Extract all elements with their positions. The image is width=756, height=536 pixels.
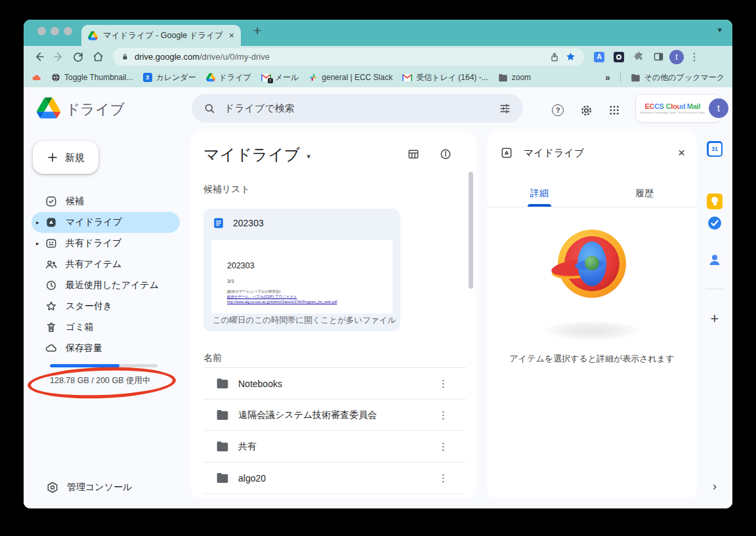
expand-caret-icon[interactable]: ▸ xyxy=(36,219,39,226)
keep-app-icon[interactable] xyxy=(707,194,723,209)
suggested-file-title: 202303 xyxy=(233,218,264,228)
people-icon xyxy=(45,258,58,271)
traffic-light-zoom[interactable] xyxy=(64,27,72,35)
file-preview-thumbnail[interactable]: 202303 3/1 [組合せゲームとパズルの研究会]組合せゲーム・パズル(CG… xyxy=(211,240,392,314)
empty-state-illustration xyxy=(558,230,626,298)
tab-search-chevron-icon[interactable]: ▾ xyxy=(717,25,722,35)
bookmark-calendar[interactable]: 3カレンダー xyxy=(143,72,196,83)
dropdown-caret-icon: ▾ xyxy=(306,150,310,161)
url-text: drive.google.com/drive/u/0/my-drive xyxy=(135,52,544,62)
bookmark-gmail[interactable]: 7メール xyxy=(261,72,299,83)
new-button[interactable]: 新規 xyxy=(33,141,98,174)
side-panel-icon[interactable] xyxy=(650,49,667,66)
share-icon[interactable] xyxy=(549,52,560,62)
browser-tab[interactable]: マイドライブ - Google ドライブ × xyxy=(81,25,241,46)
list-column-header-name[interactable]: 名前 xyxy=(203,352,222,364)
bookmark-slack[interactable]: general | ECC Slack xyxy=(308,73,392,82)
sidebar-item-suggested[interactable]: 候補 xyxy=(32,191,180,212)
back-button[interactable] xyxy=(30,49,47,66)
address-bar[interactable]: drive.google.com/drive/u/0/my-drive xyxy=(113,48,584,66)
home-button[interactable] xyxy=(89,49,106,66)
bookmark-toggle-thumbnail[interactable]: Toggle Thumbnail... xyxy=(51,73,133,82)
rail-divider xyxy=(705,289,724,289)
details-panel: マイドライブ × 詳細 履歴 アイテムを選択すると詳細が表示されます xyxy=(487,131,697,499)
dark-extension-icon[interactable] xyxy=(610,49,627,66)
file-row-notebooks[interactable]: Notebooks ⋮ xyxy=(203,368,466,400)
close-icon[interactable]: × xyxy=(678,146,685,160)
search-filter-icon[interactable] xyxy=(499,102,511,115)
info-icon[interactable] xyxy=(437,146,454,163)
folder-icon xyxy=(216,441,229,452)
expand-caret-icon[interactable]: ▸ xyxy=(36,240,39,247)
docs-file-icon xyxy=(213,217,224,229)
search-input[interactable]: ドライブで検索 xyxy=(192,94,523,123)
new-tab-button[interactable]: + xyxy=(253,23,261,39)
suggested-list-label: 候補リスト xyxy=(203,184,250,196)
details-title: マイドライブ xyxy=(524,147,667,159)
translate-extension-icon[interactable]: A xyxy=(591,49,608,66)
sidebar-item-shared-drives[interactable]: ▸ 共有ドライブ xyxy=(32,233,180,254)
grid-view-icon[interactable] xyxy=(405,146,422,163)
tasks-app-icon[interactable] xyxy=(707,215,723,231)
tabs-divider xyxy=(487,207,697,207)
bookmarks-overflow-icon[interactable]: » xyxy=(605,72,610,83)
annotation-red-ellipse xyxy=(27,365,177,401)
browser-toolbar: drive.google.com/drive/u/0/my-drive A t … xyxy=(24,46,732,68)
folder-icon xyxy=(216,472,229,484)
refresh-button[interactable] xyxy=(70,49,87,66)
my-drive-title-button[interactable]: マイドライブ ▾ xyxy=(203,144,310,165)
bookmark-drive[interactable]: ドライブ xyxy=(206,72,251,83)
bookmark-star-icon[interactable] xyxy=(565,51,576,62)
file-row-shared[interactable]: 共有 ⋮ xyxy=(203,431,466,463)
trash-icon xyxy=(45,321,58,334)
eccs-logo: ECCS Cloud Mail Information Technology C… xyxy=(640,102,705,114)
sidebar-item-admin-console[interactable]: 管理コンソール xyxy=(46,478,132,497)
calendar-app-icon[interactable]: 31 xyxy=(707,141,723,157)
drive-app: ドライブ ドライブで検索 ? ECCS Cloud Mail Informati… xyxy=(24,87,732,508)
plus-icon xyxy=(47,152,58,163)
tab-title: マイドライブ - Google ドライブ xyxy=(103,30,223,41)
traffic-light-minimize[interactable] xyxy=(51,27,59,35)
browser-profile-avatar[interactable]: t xyxy=(669,50,684,64)
suggested-file-card[interactable]: 202303 202303 3/1 [組合せゲームとパズルの研究会]組合せゲーム… xyxy=(203,209,400,331)
sidebar-item-storage[interactable]: 保存容量 xyxy=(32,338,180,359)
sidebar-item-trash[interactable]: ゴミ箱 xyxy=(32,317,180,338)
sidebar-item-recent[interactable]: 最近使用したアイテム xyxy=(32,275,180,296)
more-options-icon[interactable]: ⋮ xyxy=(438,441,448,453)
more-options-icon[interactable]: ⋮ xyxy=(438,472,448,484)
suggestion-reason-caption: この曜日のこの時間帯に開くことが多いファイル xyxy=(213,315,396,326)
settings-gear-icon[interactable] xyxy=(577,101,595,119)
tab-history[interactable]: 履歴 xyxy=(592,182,697,199)
lock-icon xyxy=(121,52,129,61)
other-bookmarks-folder[interactable]: その他のブックマーク xyxy=(631,72,724,83)
bookmark-zoom-folder[interactable]: zoom xyxy=(498,73,531,82)
sidebar-item-shared-with-me[interactable]: 共有アイテム xyxy=(32,254,180,275)
more-options-icon[interactable]: ⋮ xyxy=(438,409,448,421)
more-options-icon[interactable]: ⋮ xyxy=(438,378,448,390)
empty-state-caption: アイテムを選択すると詳細が表示されます xyxy=(487,353,697,365)
bookmark-inbox[interactable]: 受信トレイ (164) -... xyxy=(402,72,488,83)
details-drive-icon xyxy=(500,146,513,159)
my-drive-icon xyxy=(45,216,58,229)
extensions-puzzle-icon[interactable] xyxy=(630,49,647,66)
traffic-light-close[interactable] xyxy=(37,27,46,35)
active-tab-underline xyxy=(528,204,551,207)
contacts-app-icon[interactable] xyxy=(707,252,723,268)
add-app-button[interactable]: + xyxy=(697,310,732,327)
sidebar-item-my-drive[interactable]: ▸ マイドライブ xyxy=(32,212,180,233)
sidebar-item-starred[interactable]: スター付き xyxy=(32,296,180,317)
bookmark-cloud[interactable] xyxy=(32,73,41,83)
tab-details[interactable]: 詳細 xyxy=(487,182,592,199)
browser-menu-icon[interactable]: ⋮ xyxy=(686,51,702,63)
file-row-remote-committee[interactable]: 遠隔会議システム技術審査委員会 ⋮ xyxy=(203,400,466,431)
help-button[interactable]: ? xyxy=(549,101,567,119)
scrollbar-thumb[interactable] xyxy=(469,172,473,289)
drive-sidebar: 新規 候補 ▸ マイドライブ ▸ 共有ドライブ xyxy=(24,129,190,508)
apps-grid-icon[interactable] xyxy=(605,101,623,119)
tab-close-button[interactable]: × xyxy=(229,30,234,41)
collapse-panel-chevron-icon[interactable]: › xyxy=(697,480,732,493)
clock-icon xyxy=(45,279,58,292)
file-row-algo20[interactable]: algo20 ⋮ xyxy=(203,463,466,494)
bookmarks-divider xyxy=(620,72,621,83)
forward-button[interactable] xyxy=(50,49,67,66)
